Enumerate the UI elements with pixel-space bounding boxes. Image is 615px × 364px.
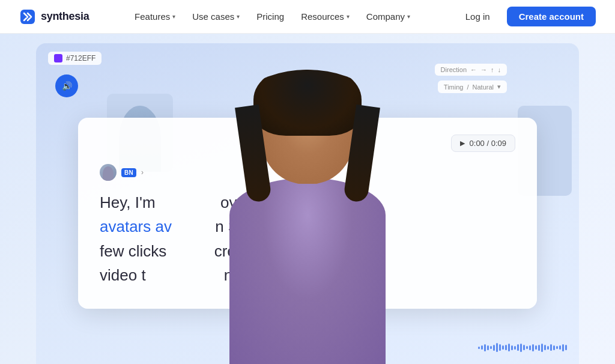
wave-bar: [517, 344, 519, 351]
wave-bar: [541, 344, 543, 352]
wave-bar: [493, 345, 495, 351]
wave-bar: [532, 344, 534, 351]
navbar: synthesia Features ▾ Use cases ▾ Pricing…: [0, 0, 615, 34]
timing-label: Timing: [444, 83, 464, 91]
color-swatch[interactable]: #712EFF: [48, 52, 101, 65]
timing-value: Natural: [473, 83, 494, 91]
sound-button[interactable]: 🔊: [55, 74, 78, 97]
direction-controls: Direction ← → ↑ ↓: [435, 64, 507, 76]
hero-section: #712EFF 🔊 Direction ← → ↑ ↓ Timing / Nat…: [0, 34, 615, 364]
arrow-right-icon: →: [480, 66, 487, 73]
wave-bar: [514, 346, 516, 350]
nav-resources[interactable]: Resources ▾: [294, 8, 357, 25]
wave-bar: [523, 345, 525, 350]
logo-text: synthesia: [41, 10, 89, 23]
arrow-up-icon: ↑: [491, 66, 494, 73]
timing-controls: Timing / Natural ▾: [438, 80, 507, 93]
wave-bar: [484, 344, 486, 351]
avatar-mini: [100, 164, 117, 181]
playback-time: 0:00 / 0:09: [470, 139, 506, 148]
login-button[interactable]: Log in: [456, 7, 500, 26]
nav-features[interactable]: Features ▾: [127, 8, 183, 25]
chevron-right-icon[interactable]: ›: [141, 168, 144, 177]
playback-button[interactable]: ▶ 0:00 / 0:09: [451, 135, 515, 152]
avatar-badge: BN: [121, 168, 136, 177]
volume-icon: 🔊: [62, 81, 72, 91]
wave-bar: [505, 345, 507, 350]
chevron-down-icon: ▾: [172, 13, 175, 20]
person-head: [259, 70, 356, 184]
wave-bar: [478, 347, 480, 349]
direction-label: Direction: [441, 66, 467, 73]
avatar-mini-figure: [103, 166, 114, 181]
wave-bar: [553, 345, 555, 350]
wave-bar: [520, 344, 522, 352]
wave-bar: [502, 345, 504, 350]
person-video-overlay: [205, 70, 410, 364]
chevron-down-icon: ▾: [407, 13, 410, 20]
wave-bar: [490, 346, 492, 349]
play-icon: ▶: [460, 139, 465, 147]
nav-company[interactable]: Company ▾: [359, 8, 417, 25]
arrow-left-icon: ←: [470, 66, 477, 73]
wave-bar: [556, 346, 558, 349]
wave-bar: [550, 344, 552, 351]
chevron-down-icon: ▾: [497, 83, 501, 91]
wave-bar: [562, 344, 564, 351]
wave-bar: [526, 346, 528, 349]
wave-bar: [487, 345, 489, 350]
wave-bar: [529, 345, 531, 350]
edit-icon: /: [467, 83, 468, 91]
logo-icon: [19, 8, 36, 25]
wave-bar: [559, 345, 561, 350]
wave-bar: [511, 345, 513, 350]
nav-use-cases[interactable]: Use cases ▾: [185, 8, 247, 25]
wave-bar: [535, 345, 537, 350]
wave-bar: [508, 344, 510, 351]
wave-bar: [565, 345, 567, 350]
wave-bar: [547, 346, 549, 350]
create-account-button[interactable]: Create account: [507, 7, 596, 26]
nav-links: Features ▾ Use cases ▾ Pricing Resources…: [127, 8, 417, 25]
swatch-color-dot: [54, 54, 62, 62]
waveform: [478, 343, 567, 352]
wave-bar: [544, 345, 546, 350]
wave-bar: [481, 345, 483, 350]
highlight-2: avatars av: [100, 217, 172, 235]
chevron-down-icon: ▾: [347, 13, 350, 20]
logo[interactable]: synthesia: [19, 8, 89, 25]
swatch-label: #712EFF: [66, 54, 95, 62]
wave-bar: [496, 343, 498, 352]
chevron-down-icon: ▾: [237, 13, 240, 20]
nav-pricing[interactable]: Pricing: [249, 8, 291, 25]
arrow-down-icon: ↓: [498, 66, 501, 73]
person-figure: [205, 70, 410, 364]
person-hair: [253, 70, 362, 136]
wave-bar: [499, 344, 501, 351]
nav-actions: Log in Create account: [456, 7, 596, 26]
person-body: [229, 178, 386, 364]
wave-bar: [538, 345, 540, 351]
